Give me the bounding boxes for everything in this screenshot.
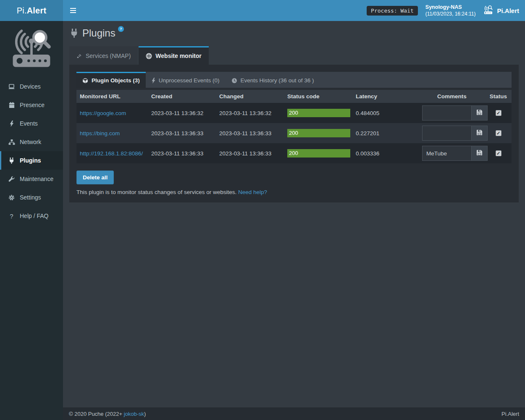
delete-all-button[interactable]: Delete all	[76, 171, 114, 184]
comment-input-group	[422, 126, 488, 141]
sitemap-icon	[8, 139, 16, 145]
brand-bold: Alert	[27, 6, 47, 15]
save-button[interactable]	[471, 106, 487, 120]
comment-input-group	[422, 146, 488, 161]
top-navbar: Pi.Alert Process: Wait Synology-NAS (11/…	[0, 0, 525, 21]
gear-icon	[8, 194, 16, 201]
host-info: Synology-NAS (11/03/2023, 16:24:11)	[425, 4, 476, 17]
host-time: (11/03/2023, 16:24:11)	[425, 10, 476, 17]
bolt-icon	[152, 78, 155, 84]
latency-cell: 0.227201	[352, 123, 419, 143]
col-status: Status	[485, 90, 512, 103]
clock-icon	[231, 78, 237, 84]
sidebar-item-label: Devices	[20, 83, 41, 90]
sidebar-item-plugins[interactable]: Plugins	[0, 151, 63, 170]
comment-input[interactable]	[423, 106, 471, 120]
tab-unprocessed-events[interactable]: Unprocessed Events (0)	[146, 72, 226, 88]
sidebar-item-label: Settings	[20, 194, 41, 201]
brand-logo[interactable]: Pi.Alert	[0, 0, 63, 21]
created-cell: 2023-03-11 13:36:33	[148, 143, 216, 163]
table-row: http://192.168.1.82:8086/ 2023-03-11 13:…	[76, 143, 512, 163]
nmap-icon	[76, 53, 82, 59]
table-header-row: Monitored URL Created Changed Status cod…	[76, 90, 512, 103]
status-code-bar: 200	[287, 149, 350, 158]
changed-cell: 2023-03-11 13:36:33	[216, 143, 284, 163]
save-icon	[476, 150, 483, 157]
navbar-app-name: Pi.Alert	[497, 7, 519, 14]
table-row: https://bing.com 2023-03-11 13:36:33 202…	[76, 123, 512, 143]
sidebar-item-network[interactable]: Network	[0, 133, 63, 151]
brand-prefix: Pi.	[17, 6, 27, 15]
save-button[interactable]	[471, 126, 487, 140]
laptop-icon	[8, 84, 16, 89]
footer-copyright-text: © 2020 Puche (2022+	[69, 411, 124, 417]
tab-plugin-objects[interactable]: Plugin Objects (3)	[76, 72, 146, 88]
footer-brand: Pi.Alert	[501, 411, 519, 417]
website-monitor-panel: Plugin Objects (3) Unprocessed Events (0…	[69, 65, 519, 202]
plug-icon	[8, 158, 16, 164]
status-checkbox[interactable]: ✓	[496, 130, 501, 136]
status-code-bar: 200	[287, 109, 350, 117]
sidebar-item-label: Network	[20, 139, 41, 145]
main-content: Plugins ? Services (NMAP) Website monito…	[63, 21, 525, 407]
save-icon	[476, 129, 483, 137]
sidebar-item-devices[interactable]: Devices	[0, 77, 63, 96]
tab-label: Events History (36 out of 36 )	[241, 77, 314, 84]
tab-events-history[interactable]: Events History (36 out of 36 )	[226, 72, 320, 88]
status-checkbox[interactable]: ✓	[496, 150, 501, 156]
sidebar-item-label: Presence	[20, 102, 45, 108]
hamburger-icon[interactable]	[70, 4, 82, 17]
sidebar-router-logo-icon	[0, 21, 63, 76]
tab-website-monitor[interactable]: Website monitor	[139, 46, 208, 67]
plugin-objects-table: Monitored URL Created Changed Status cod…	[76, 90, 512, 163]
sidebar: Devices Presence Events Network Plugins	[0, 21, 63, 420]
help-badge[interactable]: ?	[118, 26, 124, 32]
status-checkbox[interactable]: ✓	[496, 110, 501, 116]
tab-label: Services (NMAP)	[86, 52, 131, 59]
plug-icon	[70, 29, 78, 39]
wrench-icon	[8, 176, 16, 182]
footer-copyright-close: )	[144, 411, 146, 417]
sidebar-item-label: Help / FAQ	[20, 213, 48, 219]
comment-input[interactable]	[423, 146, 471, 160]
tab-services-nmap[interactable]: Services (NMAP)	[69, 46, 138, 65]
navbar-app-brand[interactable]: Pi.Alert	[483, 5, 521, 16]
page-title: Plugins	[82, 27, 116, 39]
sidebar-item-label: Plugins	[20, 157, 41, 164]
sidebar-item-presence[interactable]: Presence	[0, 96, 63, 114]
sidebar-item-maintenance[interactable]: Maintenance	[0, 170, 63, 188]
sidebar-item-help[interactable]: ? Help / FAQ	[0, 207, 63, 225]
question-icon: ?	[8, 213, 16, 220]
navbar-main: Process: Wait Synology-NAS (11/03/2023, …	[63, 0, 525, 21]
changed-cell: 2023-03-11 13:36:33	[216, 123, 284, 143]
need-help-link[interactable]: Need help?	[238, 189, 267, 195]
plugin-inner-tabs: Plugin Objects (3) Unprocessed Events (0…	[76, 72, 512, 88]
sidebar-menu: Devices Presence Events Network Plugins	[0, 77, 63, 225]
save-icon	[476, 109, 483, 117]
globe-icon	[146, 53, 152, 59]
col-latency: Latency	[352, 90, 419, 103]
monitored-url-link[interactable]: https://bing.com	[80, 130, 120, 136]
tab-label: Plugin Objects (3)	[92, 77, 140, 84]
tab-label: Unprocessed Events (0)	[159, 77, 220, 84]
sidebar-item-events[interactable]: Events	[0, 114, 63, 133]
comment-input[interactable]	[423, 126, 471, 140]
footer: © 2020 Puche (2022+ jokob-sk) Pi.Alert	[63, 407, 525, 420]
plugin-tabs: Services (NMAP) Website monitor	[69, 46, 519, 65]
sidebar-item-label: Events	[20, 120, 38, 127]
created-cell: 2023-03-11 13:36:32	[148, 103, 216, 123]
cube-icon	[82, 78, 88, 84]
save-button[interactable]	[471, 146, 487, 160]
table-row: https://google.com 2023-03-11 13:36:32 2…	[76, 103, 512, 123]
process-status-badge: Process: Wait	[367, 6, 418, 16]
sidebar-item-settings[interactable]: Settings	[0, 188, 63, 207]
author-link[interactable]: jokob-sk	[124, 411, 144, 417]
footer-copyright: © 2020 Puche (2022+ jokob-sk)	[69, 411, 146, 417]
monitored-url-link[interactable]: http://192.168.1.82:8086/	[80, 150, 143, 157]
bolt-icon	[8, 121, 16, 127]
col-created: Created	[148, 90, 216, 103]
monitored-url-link[interactable]: https://google.com	[80, 110, 126, 116]
plugin-description-text: This plugin is to monitor status changes…	[76, 189, 236, 195]
col-monitored-url: Monitored URL	[76, 90, 148, 103]
tab-label: Website monitor	[155, 52, 201, 59]
